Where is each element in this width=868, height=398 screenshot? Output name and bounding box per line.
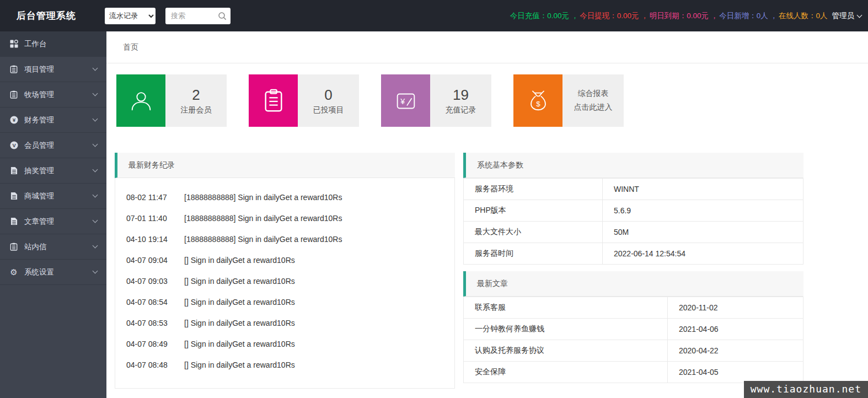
finance-record-row: 04-07 08:48[] Sign in dailyGet a reward1…: [126, 354, 443, 375]
stat-online-count: 在线人数：0人: [779, 11, 828, 21]
stat-cards: 2 注册会员 0 已投项目 ¥ 19 充值记录 $: [116, 74, 624, 127]
sidebar-item-label: 项目管理: [24, 64, 93, 74]
sidebar-item-label: 牧场管理: [24, 90, 93, 100]
table-row: 联系客服2020-11-02: [464, 297, 803, 319]
card-invested-projects[interactable]: 0 已投项目: [249, 74, 359, 127]
card-comprehensive-report[interactable]: $ 综合报表 点击此进入: [513, 74, 624, 127]
finance-record-row: 04-07 08:53[] Sign in dailyGet a reward1…: [126, 313, 443, 334]
sidebar-item-workbench[interactable]: 工作台: [0, 31, 106, 57]
finance-record-row: 07-01 11:40[18888888888] Sign in dailyGe…: [126, 208, 443, 229]
sidebar-item-messages[interactable]: 站内信: [0, 234, 106, 260]
sidebar-item-label: 财务管理: [24, 115, 93, 125]
panel-title: 最新文章: [477, 279, 508, 289]
sidebar-item-settings[interactable]: ⚙ 系统设置: [0, 260, 106, 285]
sidebar-item-articles[interactable]: 文章管理: [0, 209, 106, 234]
article-title[interactable]: 联系客服: [464, 297, 668, 319]
svg-text:¥: ¥: [12, 117, 15, 123]
yen-circle-icon: ¥: [9, 116, 18, 125]
table-row: 安全保障2021-04-05: [464, 362, 803, 383]
article-title[interactable]: 安全保障: [464, 362, 668, 383]
sidebar-item-label: 文章管理: [24, 217, 93, 227]
card-recharge-records[interactable]: ¥ 19 充值记录: [381, 74, 491, 127]
card-value: 0: [324, 86, 332, 104]
breadcrumb-home-link[interactable]: 首页: [123, 42, 138, 52]
card-body: 0 已投项目: [298, 74, 359, 127]
table-row: 最大文件大小50M: [464, 222, 803, 243]
table-row: 服务器时间2022-06-14 12:54:54: [464, 243, 803, 265]
finance-panel-header: 最新财务纪录: [115, 153, 455, 178]
sidebar-item-pasture[interactable]: 牧场管理: [0, 82, 106, 107]
system-params-header: 系统基本参数: [463, 153, 803, 178]
article-date: 2021-04-05: [668, 362, 803, 383]
money-bag-icon: $: [513, 74, 562, 127]
breadcrumb: 首页: [106, 31, 868, 63]
chevron-down-icon: [93, 142, 98, 147]
sidebar-item-members[interactable]: V 会员管理: [0, 133, 106, 158]
dashboard-icon: [9, 40, 18, 49]
sidebar-item-label: 系统设置: [24, 267, 93, 277]
sidebar-item-finance[interactable]: ¥ 财务管理: [0, 107, 106, 133]
article-title[interactable]: 认购及托养服务协议: [464, 340, 668, 362]
search-icon[interactable]: [218, 12, 227, 20]
stat-new-today: 今日新增：0人 ，: [719, 11, 778, 21]
sidebar: 工作台 项目管理 牧场管理 ¥ 财务管理 V 会员管理 抽奖管理: [0, 31, 106, 398]
record-type-select[interactable]: 流水记录: [105, 8, 156, 24]
articles-table: 联系客服2020-11-02 一分钟教何养鱼赚钱2021-04-06 认购及托养…: [463, 297, 803, 383]
card-label: 已投项目: [313, 105, 344, 115]
finance-record-row: 08-02 11:47[18888888888] Sign in dailyGe…: [126, 187, 443, 208]
card-value: 综合报表: [578, 89, 609, 99]
sidebar-item-label: 商城管理: [24, 191, 93, 201]
watermark: www.tiaozhuan.net: [744, 381, 868, 398]
v-circle-icon: V: [9, 141, 18, 150]
finance-record-row: 04-07 09:03[] Sign in dailyGet a reward1…: [126, 271, 443, 292]
chevron-down-icon: [93, 243, 98, 249]
card-label: 充值记录: [446, 105, 476, 115]
document-icon: [9, 217, 18, 226]
header-stats: 今日充值：0.00元 ， 今日提现：0.00元 ， 明日到期：0.00元 ， 今…: [510, 11, 829, 21]
card-body: 19 充值记录: [430, 74, 491, 127]
top-header: 后台管理系统 流水记录 今日充值：0.00元 ， 今日提现：0.00元 ， 明日…: [0, 0, 868, 31]
chevron-down-icon: [93, 268, 98, 274]
chevron-down-icon: [93, 66, 98, 71]
stat-today-withdraw: 今日提现：0.00元 ，: [580, 11, 649, 21]
chevron-down-icon: [93, 167, 98, 173]
svg-text:$: $: [536, 100, 540, 108]
stat-today-recharge: 今日充值：0.00元 ，: [510, 11, 579, 21]
chevron-down-icon: [93, 218, 98, 223]
main-content: 首页 2 注册会员 0 已投项目 ¥: [106, 31, 868, 398]
chevron-down-icon: [857, 12, 862, 18]
finance-record-row: 04-07 09:04[] Sign in dailyGet a reward1…: [126, 250, 443, 271]
articles-header: 最新文章: [463, 271, 803, 297]
panel-title: 系统基本参数: [477, 160, 523, 170]
article-date: 2021-04-06: [668, 319, 803, 340]
admin-label: 管理员: [832, 11, 855, 21]
article-date: 2020-04-22: [668, 340, 803, 362]
sidebar-item-lottery[interactable]: 抽奖管理: [0, 158, 106, 184]
app-title: 后台管理系统: [17, 9, 76, 22]
finance-panel: 最新财务纪录 08-02 11:47[18888888888] Sign in …: [115, 153, 455, 389]
svg-text:¥: ¥: [400, 96, 405, 105]
sidebar-item-label: 站内信: [24, 242, 93, 252]
finance-record-row: 04-10 19:14[18888888888] Sign in dailyGe…: [126, 229, 443, 250]
finance-record-list: 08-02 11:47[18888888888] Sign in dailyGe…: [115, 178, 454, 375]
panel-title: 最新财务纪录: [128, 160, 175, 170]
system-params-panel: 系统基本参数 服务器环境WINNT PHP版本5.6.9 最大文件大小50M 服…: [463, 153, 803, 265]
finance-record-row: 04-07 08:54[] Sign in dailyGet a reward1…: [126, 292, 443, 313]
sidebar-item-projects[interactable]: 项目管理: [0, 57, 106, 82]
yen-receipt-icon: ¥: [381, 74, 430, 127]
card-registered-members[interactable]: 2 注册会员: [116, 74, 227, 127]
svg-text:V: V: [12, 143, 16, 148]
admin-menu[interactable]: 管理员: [832, 11, 862, 21]
article-date: 2020-11-02: [668, 297, 803, 319]
user-icon: [116, 74, 165, 127]
articles-panel: 最新文章 联系客服2020-11-02 一分钟教何养鱼赚钱2021-04-06 …: [463, 271, 803, 383]
article-title[interactable]: 一分钟教何养鱼赚钱: [464, 319, 668, 340]
chevron-down-icon: [93, 192, 98, 198]
table-row: 认购及托养服务协议2020-04-22: [464, 340, 803, 362]
chevron-down-icon: [93, 91, 98, 96]
clipboard-icon: [9, 243, 18, 251]
search-box: [165, 8, 231, 24]
right-column: 系统基本参数 服务器环境WINNT PHP版本5.6.9 最大文件大小50M 服…: [463, 153, 803, 389]
finance-record-row: 04-07 08:49[] Sign in dailyGet a reward1…: [126, 334, 443, 354]
sidebar-item-mall[interactable]: 商城管理: [0, 184, 106, 209]
